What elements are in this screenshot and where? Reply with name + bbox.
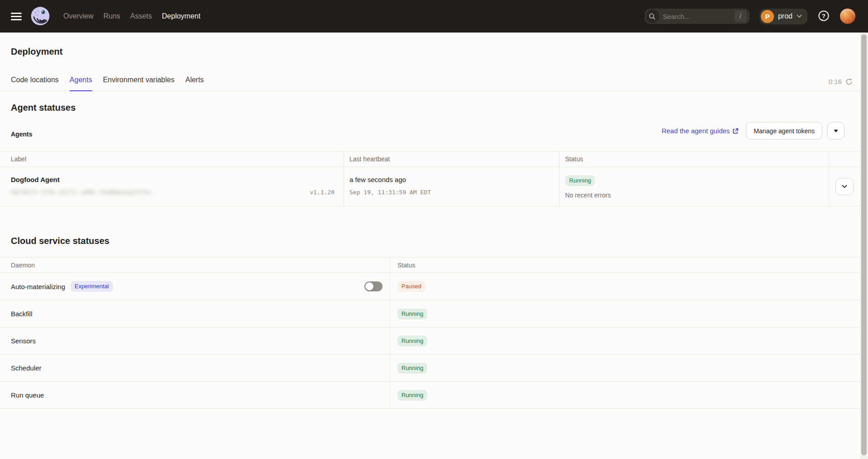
daemon-status-badge: Paused — [397, 281, 425, 292]
refresh-timer-group: 0:16 — [829, 78, 853, 91]
column-header-daemon: Daemon — [0, 258, 390, 272]
topnav-right-cluster: / P prod ? — [645, 9, 855, 24]
agents-subhead-row: Agents Read the agent guides Manage agen… — [0, 122, 860, 140]
top-navigation-bar: Overview Runs Assets Deployment / P prod… — [0, 0, 868, 33]
daemon-status-cell: Running — [390, 382, 860, 408]
heartbeat-timestamp: Sep 19, 11:31:59 AM EDT — [349, 188, 431, 197]
nav-item-overview[interactable]: Overview — [63, 12, 94, 20]
tab-agents[interactable]: Agents — [70, 70, 92, 91]
agent-row-expand-button[interactable] — [835, 178, 854, 195]
column-header-daemon-status: Status — [390, 258, 860, 272]
heartbeat-relative-time: a few seconds ago — [349, 175, 554, 184]
daemon-status-cell: Running — [390, 328, 860, 354]
daemon-status-badge: Running — [397, 309, 427, 319]
nav-item-runs[interactable]: Runs — [104, 12, 120, 20]
deployment-page: Deployment Code locations Agents Environ… — [0, 33, 860, 409]
deployment-switcher[interactable]: P prod — [760, 9, 807, 24]
menu-icon[interactable] — [11, 13, 22, 20]
agent-heartbeat-cell: a few seconds ago Sep 19, 11:31:59 AM ED… — [344, 167, 559, 206]
manage-agent-tokens-button[interactable]: Manage agent tokens — [746, 122, 822, 140]
chevron-down-icon — [797, 14, 802, 18]
agent-label-cell: Dogfood Agent 5b7873-2f6-4171-a9b-fe96b2… — [0, 167, 344, 206]
chevron-down-icon — [842, 185, 847, 188]
daemon-name-cell: Auto-materializing Experimental — [0, 273, 390, 300]
column-header-last-heartbeat: Last heartbeat — [344, 151, 559, 167]
agents-table: Label Last heartbeat Status Dogfood Agen… — [0, 151, 860, 206]
svg-text:?: ? — [822, 13, 826, 19]
daemon-status-cell: Paused — [390, 273, 860, 300]
agent-statuses-section: Agent statuses Agents Read the agent gui… — [0, 101, 860, 206]
tab-environment-variables[interactable]: Environment variables — [103, 70, 175, 91]
agent-id-redacted: 5b7873-2f6-4171-a9b-fe96b2a2375c — [11, 188, 153, 197]
tab-alerts[interactable]: Alerts — [185, 70, 204, 91]
scrollbar-thumb[interactable] — [861, 34, 867, 455]
deployment-tabs: Code locations Agents Environment variab… — [11, 70, 204, 91]
daemon-name: Backfill — [11, 310, 33, 318]
agent-version: v1.1.20 — [310, 188, 338, 197]
daemon-status-badge: Running — [397, 363, 427, 374]
search-icon — [646, 9, 659, 23]
daemon-row-backfill: Backfill Running — [0, 300, 860, 327]
agents-table-header: Label Last heartbeat Status — [0, 151, 860, 167]
deployment-name: prod — [778, 12, 793, 20]
daemon-name: Run queue — [11, 391, 44, 399]
primary-nav: Overview Runs Assets Deployment — [63, 12, 200, 20]
agent-guides-link[interactable]: Read the agent guides — [661, 127, 739, 135]
cloud-service-statuses-section: Cloud service statuses Daemon Status Aut… — [0, 234, 860, 409]
user-avatar[interactable] — [840, 9, 855, 24]
tab-code-locations[interactable]: Code locations — [11, 70, 59, 91]
search-input-container[interactable]: / — [645, 9, 750, 24]
external-link-icon — [732, 128, 739, 134]
agent-status-badge: Running — [565, 175, 595, 186]
daemon-row-run-queue: Run queue Running — [0, 381, 860, 408]
column-header-status: Status — [559, 151, 829, 167]
vertical-scrollbar[interactable] — [860, 33, 868, 459]
search-input[interactable] — [660, 13, 735, 20]
deployment-initial-badge: P — [761, 10, 774, 23]
daemon-row-auto-materializing: Auto-materializing Experimental Paused — [0, 273, 860, 300]
daemon-status-badge: Running — [397, 336, 427, 347]
deployment-tabs-row: Code locations Agents Environment variab… — [0, 70, 860, 91]
agent-status-cell: Running No recent errors — [559, 167, 829, 206]
daemon-name: Sensors — [11, 337, 36, 345]
daemon-table: Daemon Status Auto-materializing Experim… — [0, 257, 860, 409]
daemon-row-scheduler: Scheduler Running — [0, 354, 860, 381]
daemon-name: Scheduler — [11, 364, 42, 372]
search-shortcut-key: / — [735, 10, 746, 22]
agent-errors-note: No recent errors — [565, 192, 823, 199]
agents-actions: Read the agent guides Manage agent token… — [661, 122, 844, 140]
agent-guides-link-label: Read the agent guides — [661, 127, 730, 135]
column-header-label: Label — [0, 151, 344, 167]
nav-item-assets[interactable]: Assets — [130, 12, 152, 20]
agent-expand-cell — [829, 167, 860, 206]
experimental-badge: Experimental — [71, 281, 113, 292]
daemon-row-sensors: Sensors Running — [0, 327, 860, 354]
agents-subheading: Agents — [11, 131, 32, 140]
help-icon[interactable]: ? — [817, 10, 830, 23]
refresh-icon[interactable] — [845, 78, 853, 85]
daemon-name: Auto-materializing — [11, 283, 65, 290]
cloud-service-statuses-heading: Cloud service statuses — [0, 234, 860, 247]
caret-down-icon — [834, 130, 838, 132]
nav-item-deployment[interactable]: Deployment — [162, 12, 200, 20]
dagster-logo-icon[interactable] — [30, 6, 51, 27]
agent-statuses-heading: Agent statuses — [0, 101, 860, 114]
agent-name: Dogfood Agent — [11, 175, 338, 184]
column-header-expand — [829, 151, 860, 167]
agent-tokens-menu-button[interactable] — [827, 122, 844, 140]
auto-materializing-toggle[interactable] — [364, 281, 382, 291]
refresh-countdown: 0:16 — [829, 78, 842, 85]
daemon-table-header: Daemon Status — [0, 258, 860, 273]
agent-table-row: Dogfood Agent 5b7873-2f6-4171-a9b-fe96b2… — [0, 167, 860, 206]
daemon-status-cell: Running — [390, 355, 860, 381]
daemon-status-badge: Running — [397, 390, 427, 401]
page-title: Deployment — [0, 33, 860, 58]
daemon-status-cell: Running — [390, 300, 860, 327]
